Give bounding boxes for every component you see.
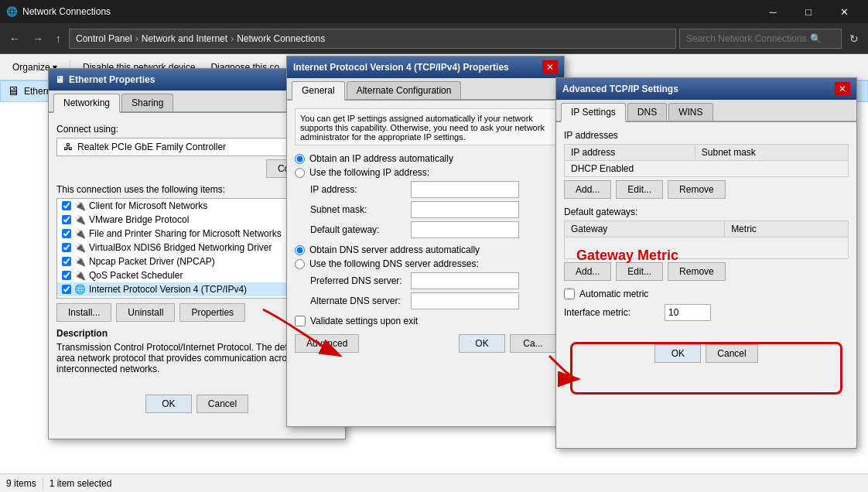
advanced-ok-button[interactable]: OK bbox=[654, 344, 701, 363]
use-following-dns-radio[interactable] bbox=[295, 259, 305, 269]
item-checkbox[interactable] bbox=[62, 257, 71, 266]
obtain-dns-auto-label: Obtain DNS server address automatically bbox=[309, 244, 480, 255]
obtain-ip-auto-label: Obtain an IP address automatically bbox=[309, 153, 453, 164]
add-ip-button[interactable]: Add... bbox=[564, 180, 611, 199]
search-input[interactable] bbox=[686, 33, 810, 44]
item-icon: 🔌 bbox=[74, 256, 86, 267]
ethernet-cancel-button[interactable]: Cancel bbox=[196, 395, 248, 413]
interface-metric-input[interactable] bbox=[665, 304, 711, 321]
item-icon: 🔌 bbox=[74, 200, 86, 211]
uninstall-button[interactable]: Uninstall bbox=[116, 303, 175, 322]
ethernet-ok-button[interactable]: OK bbox=[145, 395, 192, 413]
ipv4-intro: You can get IP settings assigned automat… bbox=[295, 108, 556, 145]
selected-count: 1 item selected bbox=[50, 478, 112, 489]
dialog-icon: 🖥 bbox=[55, 74, 64, 85]
item-checkbox[interactable] bbox=[62, 271, 71, 280]
tab-sharing[interactable]: Sharing bbox=[121, 94, 173, 111]
forward-button[interactable]: → bbox=[28, 29, 48, 48]
use-following-ip-radio[interactable] bbox=[295, 168, 305, 178]
close-button[interactable]: ✕ bbox=[826, 0, 862, 23]
obtain-ip-auto-radio[interactable] bbox=[295, 154, 305, 164]
automatic-metric-label: Automatic metric bbox=[579, 289, 648, 299]
up-button[interactable]: ↑ bbox=[51, 29, 66, 48]
window-controls: ─ □ ✕ bbox=[755, 0, 862, 23]
refresh-button[interactable]: ↻ bbox=[845, 29, 863, 48]
items-count: 9 items bbox=[6, 478, 36, 489]
ipv4-close-btn[interactable]: ✕ bbox=[542, 60, 558, 74]
tab-ip-settings[interactable]: IP Settings bbox=[561, 103, 626, 122]
properties-button[interactable]: Properties bbox=[179, 303, 245, 322]
advanced-content: IP addresses IP address Subnet mask DHCP… bbox=[556, 122, 856, 371]
tab-dns[interactable]: DNS bbox=[627, 103, 667, 121]
default-gateway-label: Default gateway: bbox=[310, 224, 411, 235]
use-following-ip-row[interactable]: Use the following IP address: bbox=[295, 167, 556, 178]
tab-wins[interactable]: WINS bbox=[668, 103, 713, 121]
minimize-button[interactable]: ─ bbox=[755, 0, 791, 23]
connect-using-label: Connect using: bbox=[56, 124, 118, 135]
item-label: File and Printer Sharing for Microsoft N… bbox=[89, 228, 282, 239]
ip-addresses-table: IP address Subnet mask DHCP Enabled bbox=[564, 144, 849, 177]
search-box[interactable]: 🔍 bbox=[679, 29, 842, 49]
tab-general[interactable]: General bbox=[292, 81, 345, 101]
obtain-dns-auto-radio[interactable] bbox=[295, 245, 305, 255]
tab-networking[interactable]: Networking bbox=[53, 94, 120, 113]
automatic-metric-row[interactable]: Automatic metric bbox=[564, 289, 849, 299]
maximize-button[interactable]: □ bbox=[791, 0, 826, 23]
adapter-icon: 🖧 bbox=[63, 142, 73, 152]
ip-address-field[interactable] bbox=[411, 181, 519, 198]
use-following-dns-row[interactable]: Use the following DNS server addresses: bbox=[295, 258, 556, 269]
edit-ip-button[interactable]: Edit... bbox=[616, 180, 663, 199]
default-gateway-row: Default gateway: bbox=[310, 221, 556, 238]
item-checkbox[interactable] bbox=[62, 243, 71, 252]
item-icon: 🔌 bbox=[74, 214, 86, 225]
ipv4-ok-button[interactable]: OK bbox=[459, 334, 505, 353]
obtain-ip-auto-row[interactable]: Obtain an IP address automatically bbox=[295, 153, 556, 164]
automatic-metric-checkbox[interactable] bbox=[564, 289, 575, 299]
breadcrumb-item: Control Panel bbox=[76, 33, 132, 44]
status-separator bbox=[43, 477, 43, 490]
item-icon: 🔌 bbox=[74, 270, 86, 281]
breadcrumb[interactable]: Control Panel › Network and Internet › N… bbox=[69, 29, 676, 49]
item-label: Internet Protocol Version 4 (TCP/IPv4) bbox=[89, 284, 247, 295]
alternate-dns-field[interactable] bbox=[411, 292, 519, 309]
interface-metric-label: Interface metric: bbox=[564, 307, 665, 318]
ip-col-header: IP address bbox=[565, 145, 695, 161]
item-icon: 🌐 bbox=[74, 284, 86, 295]
item-checkbox[interactable] bbox=[62, 215, 71, 224]
ipv4-title-text: Internet Protocol Version 4 (TCP/IPv4) P… bbox=[293, 62, 509, 73]
app-icon: 🌐 bbox=[6, 6, 18, 17]
dhcp-cell: DHCP Enabled bbox=[565, 161, 849, 177]
breadcrumb-item: Network Connections bbox=[237, 33, 325, 44]
advanced-cancel-button[interactable]: Cancel bbox=[706, 344, 757, 363]
ip-address-row: IP address: bbox=[310, 181, 556, 198]
dhcp-row[interactable]: DHCP Enabled bbox=[565, 161, 849, 177]
default-gateway-field[interactable] bbox=[411, 221, 519, 238]
validate-settings-row[interactable]: Validate settings upon exit bbox=[295, 316, 556, 326]
item-label: Client for Microsoft Networks bbox=[89, 200, 207, 211]
back-button[interactable]: ← bbox=[5, 29, 25, 48]
item-checkbox[interactable] bbox=[62, 285, 71, 294]
item-checkbox[interactable] bbox=[62, 201, 71, 210]
advanced-close-btn[interactable]: ✕ bbox=[835, 82, 850, 96]
subnet-mask-field[interactable] bbox=[411, 201, 519, 218]
subnet-mask-label: Subnet mask: bbox=[310, 204, 411, 215]
remove-gw-button[interactable]: Remove bbox=[668, 262, 726, 281]
validate-settings-checkbox[interactable] bbox=[295, 316, 306, 326]
tab-alternate-config[interactable]: Alternate Configuration bbox=[347, 81, 462, 99]
item-checkbox[interactable] bbox=[62, 229, 71, 238]
advanced-button[interactable]: Advanced bbox=[295, 334, 359, 353]
item-label: VirtualBox NDIS6 Bridged Networking Driv… bbox=[89, 242, 272, 253]
install-button[interactable]: Install... bbox=[56, 303, 111, 322]
add-gw-button[interactable]: Add... bbox=[564, 262, 611, 281]
remove-ip-button[interactable]: Remove bbox=[668, 180, 726, 199]
edit-gw-button[interactable]: Edit... bbox=[616, 262, 663, 281]
address-bar: ← → ↑ Control Panel › Network and Intern… bbox=[0, 23, 868, 54]
metric-col-header: Metric bbox=[725, 221, 849, 237]
ipv4-cancel-button[interactable]: Ca... bbox=[510, 334, 556, 353]
alternate-dns-label: Alternate DNS server: bbox=[310, 296, 411, 306]
breadcrumb-sep: › bbox=[135, 33, 138, 44]
preferred-dns-field[interactable] bbox=[411, 272, 519, 289]
advanced-dialog-title: Advanced TCP/IP Settings bbox=[562, 84, 678, 94]
preferred-dns-label: Preferred DNS server: bbox=[310, 275, 411, 286]
obtain-dns-auto-row[interactable]: Obtain DNS server address automatically bbox=[295, 244, 556, 255]
